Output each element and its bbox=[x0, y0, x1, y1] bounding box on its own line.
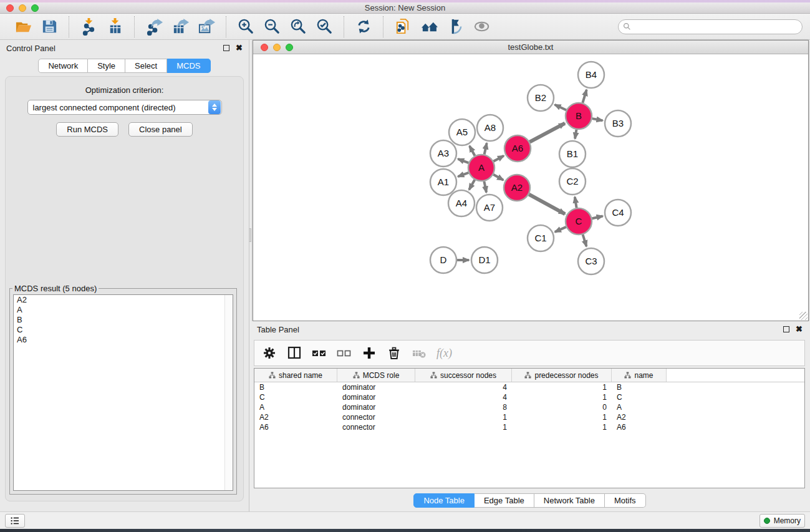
zoom-selected-button[interactable] bbox=[314, 16, 335, 37]
edge-A-A8[interactable] bbox=[485, 143, 487, 154]
graph-node-A5[interactable]: A5 bbox=[449, 119, 475, 145]
node-table[interactable]: shared nameMCDS rolesuccessor nodesprede… bbox=[254, 368, 805, 488]
edge-B-B4[interactable] bbox=[582, 90, 586, 103]
table-cell[interactable]: 1 bbox=[415, 422, 512, 432]
edge-C-C3[interactable] bbox=[583, 235, 587, 246]
graph-node-B3[interactable]: B3 bbox=[605, 110, 631, 137]
edge-A-A1[interactable] bbox=[458, 173, 468, 177]
search-input[interactable] bbox=[634, 21, 802, 33]
export-network-button[interactable] bbox=[143, 16, 165, 37]
tab-node-table[interactable]: Node Table bbox=[413, 493, 475, 508]
graph-node-C3[interactable]: C3 bbox=[578, 248, 604, 274]
tab-edge-table[interactable]: Edge Table bbox=[475, 493, 534, 508]
table-cell[interactable]: 0 bbox=[512, 402, 612, 412]
graph-node-B1[interactable]: B1 bbox=[559, 141, 586, 167]
table-cell[interactable]: B bbox=[612, 382, 667, 392]
mcds-result-item[interactable]: A2 bbox=[14, 295, 233, 305]
graph-node-B4[interactable]: B4 bbox=[578, 62, 604, 88]
edge-A2-C[interactable] bbox=[529, 195, 565, 214]
task-history-button[interactable] bbox=[5, 514, 25, 528]
refresh-view-button[interactable] bbox=[353, 16, 374, 37]
delete-rows-button[interactable] bbox=[387, 346, 402, 360]
column-header-shared-name[interactable]: shared name bbox=[254, 369, 337, 382]
graph-node-C1[interactable]: C1 bbox=[528, 225, 554, 251]
add-row-button[interactable] bbox=[362, 346, 377, 360]
close-panel-icon[interactable]: ✖ bbox=[236, 45, 243, 51]
graph-node-A4[interactable]: A4 bbox=[448, 190, 475, 216]
table-cell[interactable]: C bbox=[254, 392, 337, 402]
function-builder-button[interactable]: f(x) bbox=[436, 347, 452, 360]
edge-B-B3[interactable] bbox=[592, 118, 603, 120]
table-cell[interactable]: connector bbox=[337, 422, 415, 432]
table-row[interactable]: Bdominator41B bbox=[254, 382, 804, 392]
graph-node-C[interactable]: C bbox=[566, 208, 592, 235]
table-row[interactable]: Adominator80A bbox=[254, 402, 804, 412]
scrollbar-track[interactable] bbox=[224, 295, 233, 490]
open-file-button[interactable] bbox=[12, 16, 34, 37]
clone-network-button[interactable] bbox=[392, 16, 413, 37]
zoom-in-button[interactable] bbox=[235, 16, 256, 37]
graph-node-B[interactable]: B bbox=[566, 103, 592, 129]
import-network-button[interactable] bbox=[78, 16, 99, 37]
edge-A-A5[interactable] bbox=[470, 146, 475, 156]
network-window-titlebar[interactable]: testGlobe.txt bbox=[253, 41, 808, 54]
network-canvas[interactable]: AA1A2A3A4A5A6A7A8BB1B2B3B4CC1C2C3C4DD1 bbox=[253, 55, 808, 321]
memory-status-button[interactable]: Memory bbox=[759, 514, 805, 528]
edge-A-A2[interactable] bbox=[493, 175, 503, 180]
table-cell[interactable]: 1 bbox=[512, 422, 612, 432]
delete-table-button[interactable] bbox=[412, 346, 427, 360]
tab-mcds[interactable]: MCDS bbox=[167, 59, 210, 73]
table-cell[interactable]: A6 bbox=[254, 422, 337, 432]
zoom-fit-button[interactable] bbox=[287, 16, 309, 37]
table-cell[interactable]: 1 bbox=[512, 392, 612, 402]
show-graphics-details-button[interactable] bbox=[445, 16, 466, 37]
panel-splitter-handle[interactable] bbox=[249, 228, 251, 242]
mcds-result-item[interactable]: C bbox=[14, 325, 233, 335]
graph-node-A2[interactable]: A2 bbox=[504, 175, 530, 201]
birds-eye-view-button[interactable] bbox=[471, 16, 492, 37]
table-cell[interactable]: A2 bbox=[612, 412, 667, 422]
resize-grip-icon[interactable] bbox=[799, 312, 808, 320]
float-panel-icon[interactable] bbox=[223, 45, 229, 51]
tab-network[interactable]: Network bbox=[38, 59, 88, 73]
table-cell[interactable]: A bbox=[254, 402, 337, 412]
mcds-result-item[interactable]: A bbox=[14, 305, 233, 315]
table-row[interactable]: Cdominator41C bbox=[254, 392, 804, 402]
graph-node-A[interactable]: A bbox=[468, 155, 494, 181]
table-cell[interactable]: A bbox=[612, 402, 667, 412]
unselect-all-button[interactable] bbox=[337, 346, 352, 360]
tab-network-table[interactable]: Network Table bbox=[534, 493, 605, 508]
run-mcds-button[interactable]: Run MCDS bbox=[56, 122, 118, 137]
table-cell[interactable]: dominator bbox=[337, 402, 415, 412]
table-cell[interactable]: C bbox=[612, 392, 667, 402]
edge-C-C4[interactable] bbox=[592, 216, 602, 218]
table-cell[interactable]: 1 bbox=[512, 382, 612, 392]
table-cell[interactable]: dominator bbox=[337, 382, 415, 392]
network-search-field[interactable] bbox=[618, 19, 803, 34]
tab-style[interactable]: Style bbox=[88, 59, 125, 73]
edge-A-A7[interactable] bbox=[484, 181, 486, 193]
mcds-result-item[interactable]: A6 bbox=[14, 335, 233, 345]
table-cell[interactable]: dominator bbox=[337, 392, 415, 402]
export-table-button[interactable] bbox=[170, 16, 191, 37]
table-cell[interactable]: 4 bbox=[415, 382, 512, 392]
table-cell[interactable]: A6 bbox=[612, 422, 667, 432]
graph-node-C2[interactable]: C2 bbox=[559, 168, 586, 195]
edge-A-A4[interactable] bbox=[469, 180, 475, 190]
graph-node-A6[interactable]: A6 bbox=[504, 135, 531, 162]
zoom-out-button[interactable] bbox=[261, 16, 282, 37]
table-settings-button[interactable] bbox=[262, 346, 277, 360]
float-table-panel-icon[interactable] bbox=[783, 326, 789, 332]
save-session-button[interactable] bbox=[39, 16, 60, 37]
mcds-result-list[interactable]: A2ABCA6 bbox=[13, 294, 233, 491]
edge-B-B1[interactable] bbox=[575, 130, 576, 139]
export-image-button[interactable] bbox=[196, 16, 217, 37]
edge-A6-B[interactable] bbox=[529, 123, 564, 142]
tab-select[interactable]: Select bbox=[125, 59, 167, 73]
criterion-dropdown[interactable]: largest connected component (directed) bbox=[27, 100, 222, 115]
close-panel-button[interactable]: Close panel bbox=[128, 122, 193, 137]
table-cell[interactable]: 1 bbox=[415, 412, 512, 422]
column-header-MCDS-role[interactable]: MCDS role bbox=[337, 369, 415, 382]
table-cell[interactable]: A2 bbox=[254, 412, 337, 422]
show-columns-button[interactable] bbox=[287, 346, 302, 360]
